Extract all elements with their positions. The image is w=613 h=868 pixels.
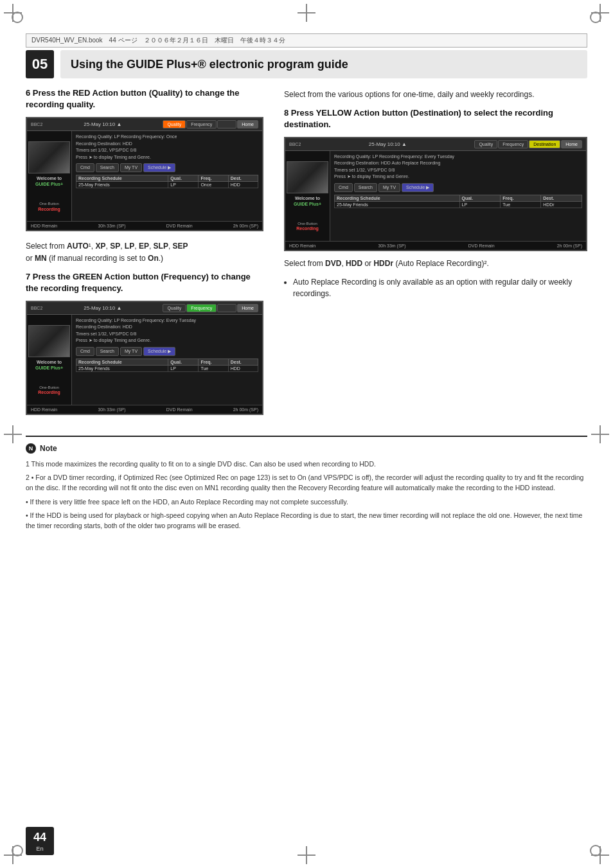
section8-screenshot: BBC2 25-May 10:10 ▲ Quality Frequency De…: [284, 137, 587, 251]
notes-title: Note: [40, 444, 57, 453]
screen7-th-dest: Dest.: [228, 359, 258, 365]
chapter-badge: 05: [26, 50, 54, 78]
corner-mark-bl: [12, 845, 23, 856]
screen6-hdd-val: 30h 33m (SP): [98, 224, 125, 228]
screen6-inner-search: Search: [96, 163, 119, 172]
screen6-main: Recording Quality: LP Recording Frequenc…: [72, 131, 262, 221]
screen7-tab-home: Home: [237, 304, 258, 312]
screen6-info2: Recording Destination: HDD: [76, 141, 258, 148]
screen7-td-dest: HDD: [228, 365, 258, 371]
screen7-body: Welcome to GUIDE Plus+ One-Button Record…: [27, 315, 262, 405]
screen8-inner-cmd: Cmd: [334, 183, 353, 192]
corner-mark-tr: [590, 12, 601, 23]
screen6-channel: BBC2: [31, 122, 42, 127]
note2-intro: 2 • For a DVD timer recording, if Optimi…: [26, 472, 587, 493]
screen8-inner-mytv: My TV: [378, 183, 400, 192]
screen8-channel: BBC2: [289, 142, 301, 146]
screen6-onebutton: One-Button: [39, 202, 59, 207]
screen7-hdd-label: HDD Remain: [31, 407, 57, 412]
screen6-info4: Press ➤ to display Timing and Genre.: [76, 154, 258, 161]
screen8-td-freq: Tue: [501, 201, 541, 208]
screen6-th-schedule: Recording Schedule: [76, 175, 168, 182]
file-info-text: DVR540H_WV_EN.book 44 ページ ２００６年２月１６日 木曜日…: [31, 36, 285, 45]
screen8-logo-sub: GUIDE Plus+: [294, 202, 321, 206]
screen7-td-show: 25-May Friends: [76, 365, 168, 371]
screen7-recording: Recording: [38, 390, 60, 394]
screen7-logo-sub: GUIDE Plus+: [35, 366, 63, 370]
screen8-tab-dest: Destination: [529, 140, 560, 148]
screen7-onebutton: One-Button: [39, 385, 59, 391]
screen8-info: Recording Quality: LP Recording Frequenc…: [334, 154, 582, 181]
section8-heading: 8 Press YELLOW Action button (Destinatio…: [284, 107, 587, 130]
screen8-table: Recording Schedule Qual. Freq. Dest. 25-…: [334, 195, 582, 208]
corner-mark-br: [590, 845, 601, 856]
corner-mark-tl: [12, 12, 23, 23]
screen7-tab-blank: [217, 304, 236, 312]
screen8-info2: Recording Destination: HDD Auto Replace …: [334, 160, 582, 167]
screen6-thumbnail: [28, 141, 70, 173]
screen6-dvd-val: 2h 00m (SP): [233, 224, 258, 228]
screen7-main: Recording Quality: LP Recording Frequenc…: [72, 315, 262, 405]
screen6-body: Welcome to GUIDE Plus+ One-Button Record…: [27, 131, 262, 221]
screen8-tabs: Quality Frequency Destination Home: [474, 140, 582, 148]
screen6-th-dest: Dest.: [228, 175, 258, 182]
screen8-tab-home: Home: [561, 140, 582, 148]
screen6-info3: Timers set 1/32, VPS/PDC 0/8: [76, 147, 258, 154]
screen6-td-qual: LP: [168, 182, 199, 188]
screen7-thumbnail: [28, 325, 70, 357]
screen8-inner-search: Search: [354, 183, 377, 192]
screen8-th-freq: Freq.: [501, 195, 541, 201]
screen6-sidebar: Welcome to GUIDE Plus+ One-Button Record…: [27, 131, 72, 221]
screen7-td-qual: LP: [168, 365, 199, 371]
screen8-th-schedule: Recording Schedule: [335, 195, 460, 201]
screen7-sidebar: Welcome to GUIDE Plus+ One-Button Record…: [27, 315, 72, 405]
screen7-info: Recording Quality: LP Recording Frequenc…: [76, 317, 258, 344]
screen8-inner-schedule: Schedule ▶: [402, 183, 434, 192]
screen8-logo: Welcome to: [295, 196, 320, 200]
screen6-hdd-label: HDD Remain: [31, 224, 57, 228]
screen8-th-dest: Dest.: [541, 195, 582, 201]
screen6-logo-sub: GUIDE Plus+: [35, 182, 63, 186]
note2-b1: • If there is very little free space lef…: [26, 497, 587, 507]
screen7-inner-tabs: Cmd Search My TV Schedule ▶: [76, 347, 258, 356]
file-info-bar: DVR540H_WV_EN.book 44 ページ ２００６年２月１６日 木曜日…: [26, 33, 587, 48]
note-icon: N: [26, 443, 36, 454]
screen8-td-qual: LP: [459, 201, 501, 208]
page-number-box: 44 En: [26, 827, 54, 855]
notes-header: N Note: [26, 443, 587, 454]
notes-text: 1 This mode maximizes the recording qual…: [26, 459, 587, 531]
screen8-th-qual: Qual.: [459, 195, 501, 201]
page-lang: En: [36, 846, 44, 852]
page-number: 44: [33, 831, 46, 844]
note1: 1 This mode maximizes the recording qual…: [26, 459, 587, 469]
screen6-td-dest: HDD: [228, 182, 258, 188]
screen8-onebutton: One-Button: [298, 222, 317, 227]
section6-body: Select from AUTO¹, XP, SP, LP, EP, SLP, …: [26, 240, 263, 264]
screen6-inner-tabs: Cmd Search My TV Schedule ▶: [76, 163, 258, 172]
screen8-header: BBC2 25-May 10:10 ▲ Quality Frequency De…: [285, 138, 586, 151]
screen8-time: 25-May 10:10 ▲: [369, 141, 407, 147]
section8-bullet1: Auto Replace Recording is only available…: [293, 276, 587, 300]
screen8-recording: Recording: [296, 226, 319, 231]
screen6-tab-home: Home: [237, 120, 258, 128]
main-content: 6 Press the RED Action button (Quality) …: [26, 87, 587, 817]
left-column: 6 Press the RED Action button (Quality) …: [26, 87, 263, 424]
screen6-th-freq: Freq.: [199, 175, 228, 182]
right-col-intro: Select from the various options for one-…: [284, 89, 587, 101]
screen7-th-qual: Qual.: [168, 359, 199, 365]
screen7-info1: Recording Quality: LP Recording Frequenc…: [76, 317, 258, 324]
section8-body: Select from DVD, HDD or HDDr (Auto Repla…: [284, 258, 587, 270]
screen7-info3: Timers set 1/32, VPS/PDC 0/8: [76, 331, 258, 338]
screen8-hdd-val: 30h 33m (SP): [378, 244, 405, 248]
screen6-inner-cmd: Cmd: [76, 163, 94, 172]
screen7-inner-cmd: Cmd: [76, 347, 94, 356]
screen6-inner-mytv: My TV: [120, 163, 142, 172]
screen7-tab-quality: Quality: [163, 304, 186, 312]
screen6-info1: Recording Quality: LP Recording Frequenc…: [76, 134, 258, 141]
screen7-info4: Press ➤ to display Timing and Genre.: [76, 337, 258, 344]
screen7-dvd-val: 2h 00m (SP): [233, 407, 258, 412]
screen6-tab-frequency: Frequency: [186, 120, 217, 128]
screen6-recording: Recording: [38, 207, 60, 211]
screen7-footer: HDD Remain 30h 33m (SP) DVD Remain 2h 00…: [27, 405, 262, 414]
screen6-tabs: Quality Frequency Home: [163, 120, 258, 128]
